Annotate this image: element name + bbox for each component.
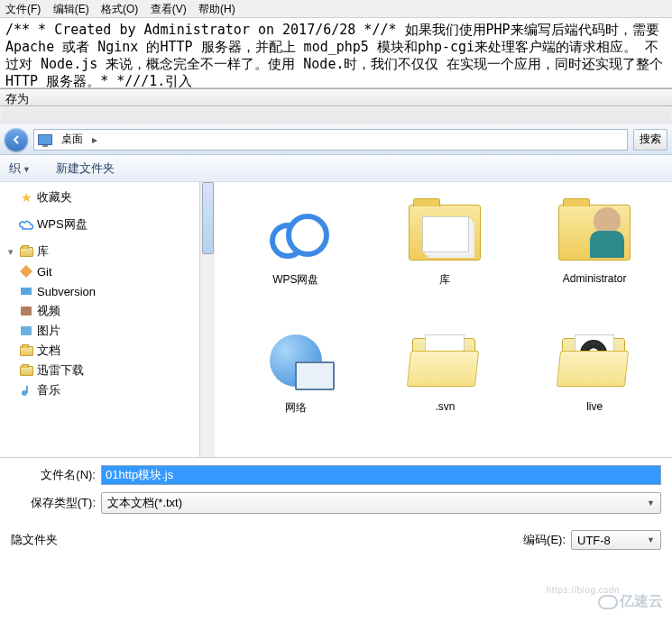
grid-item-live[interactable]: live bbox=[522, 319, 667, 445]
video-icon bbox=[19, 304, 33, 318]
save-dialog-bottom: 文件名(N): 01http模块.js 保存类型(T): 文本文档(*.txt)… bbox=[0, 458, 672, 525]
grid-item-wps[interactable]: WPS网盘 bbox=[224, 191, 368, 317]
scrollbar-thumb[interactable] bbox=[202, 182, 214, 254]
svg-rect-5 bbox=[26, 386, 28, 393]
cloud-logo-icon bbox=[598, 595, 618, 609]
encoding-combo[interactable]: UTF-8▼ bbox=[571, 530, 661, 550]
menu-edit[interactable]: 编辑(E) bbox=[53, 3, 89, 15]
watermark: 亿速云 bbox=[598, 592, 663, 611]
encoding-label: 编码(E): bbox=[523, 532, 566, 548]
explorer-pane: ★收藏夹 WPS网盘 ▾库 Git Subversion 视频 图片 文档 迅雷… bbox=[0, 182, 672, 458]
sidebar-item-documents[interactable]: 文档 bbox=[5, 341, 215, 361]
sidebar: ★收藏夹 WPS网盘 ▾库 Git Subversion 视频 图片 文档 迅雷… bbox=[0, 182, 215, 457]
cloud-icon bbox=[264, 210, 327, 255]
svg-rect-3 bbox=[21, 326, 32, 335]
menu-file[interactable]: 文件(F) bbox=[5, 3, 41, 15]
svg-rect-2 bbox=[21, 306, 32, 316]
menu-format[interactable]: 格式(O) bbox=[101, 3, 138, 15]
savetype-combo[interactable]: 文本文档(*.txt)▼ bbox=[101, 492, 661, 514]
sidebar-favorites[interactable]: ★收藏夹 bbox=[5, 188, 215, 207]
folder-icon bbox=[558, 334, 631, 387]
svg-rect-1 bbox=[21, 288, 32, 295]
chevron-down-icon: ▼ bbox=[647, 535, 655, 544]
filename-input[interactable]: 01http模块.js bbox=[101, 465, 661, 485]
new-folder-button[interactable]: 新建文件夹 bbox=[56, 160, 115, 177]
sidebar-item-git[interactable]: Git bbox=[5, 261, 215, 281]
documents-icon bbox=[19, 343, 33, 358]
svg-rect-0 bbox=[20, 265, 32, 278]
chevron-down-icon: ▼ bbox=[647, 499, 655, 508]
dialog-toolbar: 织▼ 新建文件夹 bbox=[0, 155, 672, 182]
savetype-label: 保存类型(T): bbox=[11, 495, 101, 511]
dialog-title: 存为 bbox=[0, 88, 672, 106]
sidebar-item-video[interactable]: 视频 bbox=[5, 301, 215, 321]
network-icon bbox=[270, 334, 322, 387]
sidebar-item-music[interactable]: 音乐 bbox=[5, 380, 215, 400]
sidebar-wps[interactable]: WPS网盘 bbox=[5, 215, 215, 234]
sidebar-item-xunlei[interactable]: 迅雷下载 bbox=[5, 361, 215, 380]
grid-item-svn[interactable]: .svn bbox=[373, 319, 518, 445]
notepad-editor[interactable]: /** * Created by Administrator on 2017/6… bbox=[0, 18, 672, 88]
user-folder-icon bbox=[558, 205, 631, 261]
chevron-down-icon: ▼ bbox=[23, 165, 31, 174]
hidden-folders-label: 隐文件夹 bbox=[11, 532, 58, 548]
breadcrumb[interactable]: 桌面 ▸ bbox=[33, 129, 628, 151]
organize-menu[interactable]: 织▼ bbox=[9, 160, 31, 177]
grid-item-library[interactable]: 库 bbox=[373, 191, 518, 317]
cloud-icon bbox=[19, 217, 33, 232]
git-icon bbox=[19, 264, 33, 279]
library-icon bbox=[19, 244, 33, 259]
grid-item-network[interactable]: 网络 bbox=[224, 319, 368, 445]
breadcrumb-desktop[interactable]: 桌面 bbox=[56, 130, 88, 150]
star-icon: ★ bbox=[19, 190, 33, 205]
dialog-footer: 隐文件夹 编码(E): UTF-8▼ bbox=[0, 525, 672, 555]
search-button[interactable]: 搜索 bbox=[633, 129, 667, 151]
grid-item-admin[interactable]: Administrator bbox=[522, 191, 667, 317]
blurred-strip bbox=[0, 106, 672, 124]
filename-label: 文件名(N): bbox=[11, 467, 101, 483]
sidebar-library[interactable]: ▾库 bbox=[5, 242, 215, 261]
folder-icon bbox=[409, 334, 481, 387]
music-icon bbox=[19, 383, 33, 398]
sidebar-item-svn[interactable]: Subversion bbox=[5, 281, 215, 301]
menu-view[interactable]: 查看(V) bbox=[151, 3, 187, 15]
notepad-menubar: 文件(F) 编辑(E) 格式(O) 查看(V) 帮助(H) bbox=[0, 0, 672, 18]
sidebar-scrollbar[interactable] bbox=[199, 182, 215, 457]
file-grid: WPS网盘 库 Administrator 网络 .svn live bbox=[215, 182, 672, 457]
pictures-icon bbox=[19, 324, 33, 338]
library-folder-icon bbox=[409, 205, 481, 261]
nav-back-button[interactable] bbox=[5, 128, 28, 151]
menu-help[interactable]: 帮助(H) bbox=[198, 3, 235, 15]
sidebar-item-pictures[interactable]: 图片 bbox=[5, 321, 215, 341]
collapse-icon[interactable]: ▾ bbox=[5, 246, 15, 258]
svn-icon bbox=[19, 284, 33, 298]
chevron-right-icon[interactable]: ▸ bbox=[88, 133, 101, 146]
download-icon bbox=[19, 363, 33, 378]
address-bar: 桌面 ▸ 搜索 bbox=[0, 124, 672, 155]
desktop-icon bbox=[38, 134, 52, 145]
